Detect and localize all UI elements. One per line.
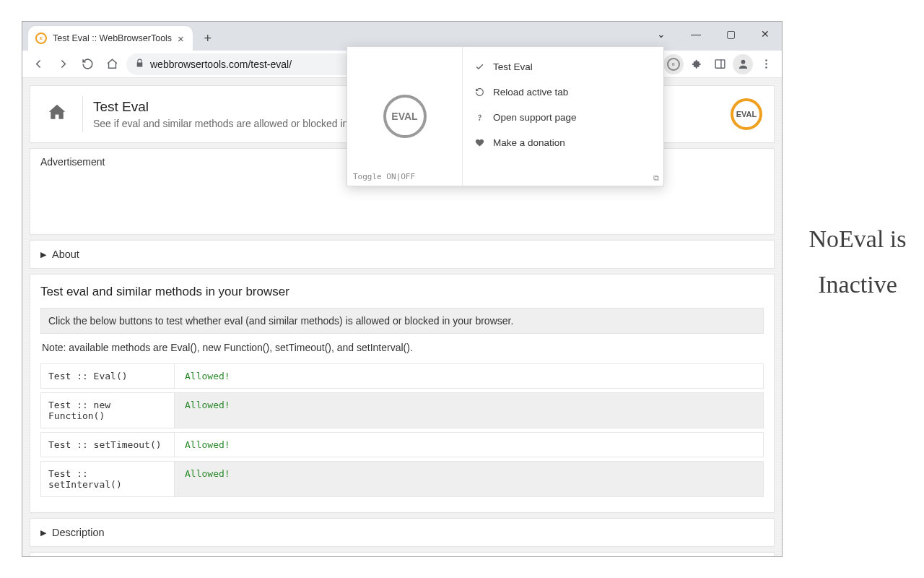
browser-tab[interactable]: E Test Eval :: WebBrowserTools × [28,26,193,51]
new-tab-button[interactable]: + [197,27,219,49]
check-icon [474,62,484,72]
svg-rect-0 [715,60,725,68]
svg-point-5 [765,66,767,69]
tab-title: Test Eval :: WebBrowserTools [53,33,172,43]
methods-note: Note: available methods are Eval(), new … [40,334,764,363]
caret-right-icon: ▶ [40,250,46,259]
home-button[interactable] [102,54,122,74]
profile-avatar-icon[interactable] [733,54,753,74]
popup-item-label: Make a donation [493,137,565,148]
description-expander[interactable]: ▶ Description [30,518,775,547]
popup-item-reload-active-tab[interactable]: Reload active tab [463,79,663,105]
about-expander[interactable]: ▶ About [30,240,775,269]
tab-favicon-eval-icon: E [35,33,47,44]
extension-popup: EVAL Toggle ON|OFF Test EvalReload activ… [346,46,664,186]
test-row: Test :: Eval()Allowed! [40,363,764,389]
eval-extension-icon[interactable]: E [663,54,684,74]
test-button[interactable]: Test :: new Function() [41,393,175,428]
toggle-label: Toggle ON|OFF [353,172,415,181]
extensions-puzzle-icon[interactable] [687,54,707,74]
popup-item-make-a-donation[interactable]: Make a donation [463,130,663,155]
home-icon[interactable] [42,102,72,126]
test-result: Allowed! [175,433,763,457]
popup-item-label: Reload active tab [493,87,568,98]
close-window-button[interactable]: ✕ [750,23,780,45]
window-controls: ⌄ — ▢ ✕ [646,23,780,45]
test-button[interactable]: Test :: Eval() [41,364,175,388]
test-result: Allowed! [175,462,763,496]
test-button[interactable]: Test :: setInterval() [41,462,175,496]
caret-right-icon: ▶ [40,528,46,538]
about-label: About [52,249,79,260]
svg-point-6 [479,119,479,120]
popup-left-panel[interactable]: EVAL Toggle ON|OFF [347,47,463,186]
main-section: Test eval and similar methods in your br… [30,274,775,513]
url-text: webbrowsertools.com/test-eval/ [150,59,292,70]
test-row: Test :: setTimeout()Allowed! [40,432,764,457]
test-button[interactable]: Test :: setTimeout() [41,433,175,457]
forward-button[interactable] [53,54,73,74]
svg-point-2 [741,60,745,64]
sidepanel-icon[interactable] [710,54,730,74]
test-row: Test :: new Function()Allowed! [40,392,764,428]
popup-eval-icon: EVAL [383,95,427,138]
window-caret-icon[interactable]: ⌄ [646,23,676,45]
popup-item-test-eval[interactable]: Test Eval [463,54,663,79]
reload-button[interactable] [77,54,97,74]
minimize-button[interactable]: — [681,23,711,45]
popup-resize-icon: ⧉ [653,173,659,183]
popup-menu: Test EvalReload active tabOpen support p… [463,47,663,186]
header-divider [82,96,83,132]
test-row: Test :: setInterval()Allowed! [40,461,764,497]
popup-item-label: Test Eval [493,61,533,72]
maximize-button[interactable]: ▢ [715,23,746,45]
chrome-menu-icon[interactable] [756,54,776,74]
description-label: Description [52,527,105,538]
instruction-banner: Click the below buttons to test whether … [40,308,764,334]
advertisement-label: Advertisement [40,156,105,168]
test-result: Allowed! [175,364,763,388]
heart-icon [474,138,484,147]
eval-logo: EVAL [731,98,762,130]
test-result: Allowed! [175,393,763,428]
main-heading: Test eval and similar methods in your br… [40,285,764,299]
popup-item-label: Open support page [493,112,577,123]
tests-list: Test :: Eval()Allowed!Test :: new Functi… [40,363,764,497]
annotation-caption: NoEval is Inactive [800,217,915,308]
reload-icon [474,87,484,97]
eval-badge-icon: EVAL [731,98,762,130]
comments-expander[interactable]: ▶ Comments and feedback [30,552,775,556]
help-icon [474,113,484,122]
svg-point-3 [765,59,767,61]
tab-close-icon[interactable]: × [178,33,184,45]
back-button[interactable] [28,54,48,74]
lock-icon [135,59,144,70]
svg-point-4 [765,63,767,65]
popup-item-open-support-page[interactable]: Open support page [463,105,663,130]
